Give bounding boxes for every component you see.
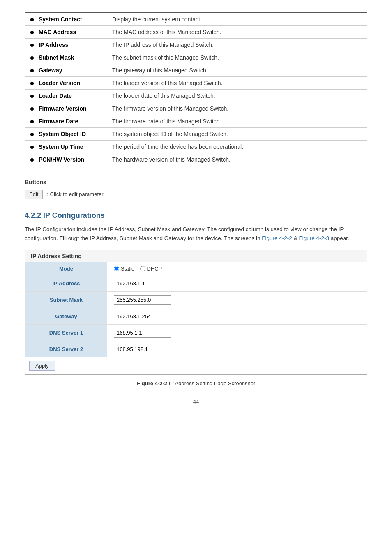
ip-setting-title: IP Address Setting [25, 250, 367, 262]
bullet-icon [30, 18, 34, 21]
ip-table-row: Gateway [25, 308, 367, 325]
table-row: PCN/HW Version The hardware version of t… [25, 153, 367, 166]
table-row: Subnet Mask The subnet mask of this Mana… [25, 51, 367, 64]
table-row: System Contact Display the current syste… [25, 13, 367, 26]
apply-button-row: Apply [25, 357, 367, 374]
row-description: The firmware version of this Managed Swi… [107, 102, 367, 115]
table-row: Firmware Version The firmware version of… [25, 102, 367, 115]
figure-caption: Figure 4-2-2 IP Address Setting Page Scr… [25, 380, 367, 386]
apply-button[interactable]: Apply [29, 361, 55, 371]
section-heading: 4.2.2 IP Configurations [25, 211, 367, 220]
ip-row-value: Static DHCP [107, 262, 367, 275]
edit-description: : Click to edit parameter. [47, 191, 104, 197]
radio-label-dhcp[interactable]: DHCP [140, 266, 162, 272]
ip-table-row: DNS Server 2 [25, 341, 367, 358]
bullet-icon [30, 95, 34, 98]
row-label: IP Address [25, 39, 107, 51]
figure-link-2[interactable]: Figure 4-2-3 [299, 235, 329, 241]
ip-row-label: Mode [25, 262, 107, 275]
section-description: The IP Configuration includes the IP Add… [25, 225, 367, 243]
table-row: MAC Address The MAC address of this Mana… [25, 26, 367, 39]
ip-address-setting-box: IP Address Setting Mode Static DHCP IP A… [25, 250, 367, 375]
row-description: The gateway of this Managed Switch. [107, 64, 367, 77]
ip-settings-table: Mode Static DHCP IP Address Subnet Mask … [25, 262, 367, 357]
row-description: Display the current system contact [107, 13, 367, 26]
row-label: System Up Time [25, 141, 107, 153]
input-ip-address[interactable] [114, 279, 171, 288]
bullet-icon [30, 107, 34, 111]
ip-row-value [107, 308, 367, 325]
ip-row-label: DNS Server 2 [25, 341, 107, 358]
bullet-icon [30, 56, 34, 60]
row-description: The firmware date of this Managed Switch… [107, 115, 367, 128]
ip-row-value [107, 341, 367, 358]
ip-row-value [107, 325, 367, 341]
row-description: The system object ID of the Managed Swit… [107, 128, 367, 141]
buttons-heading: Buttons [25, 179, 367, 185]
figure-link-1[interactable]: Figure 4-2-2 [262, 235, 292, 241]
row-label: Firmware Date [25, 115, 107, 128]
bullet-icon [30, 158, 34, 162]
table-row: System Object ID The system object ID of… [25, 128, 367, 141]
row-description: The IP address of this Managed Switch. [107, 39, 367, 51]
table-row: System Up Time The period of time the de… [25, 141, 367, 153]
mode-radio-group: Static DHCP [114, 266, 360, 272]
row-description: The MAC address of this Managed Switch. [107, 26, 367, 39]
row-label: Firmware Version [25, 102, 107, 115]
bullet-icon [30, 69, 34, 72]
ip-row-value [107, 292, 367, 308]
ip-row-value [107, 275, 367, 292]
radio-dhcp[interactable] [140, 266, 145, 271]
info-table: System Contact Display the current syste… [25, 12, 367, 166]
ip-row-label: Subnet Mask [25, 292, 107, 308]
table-row: Firmware Date The firmware date of this … [25, 115, 367, 128]
ip-table-row: DNS Server 1 [25, 325, 367, 341]
buttons-section: Buttons Edit : Click to edit parameter. [25, 179, 367, 199]
figure-caption-text: IP Address Setting Page Screenshot [167, 380, 255, 386]
row-label: System Object ID [25, 128, 107, 141]
table-row: Loader Date The loader date of this Mana… [25, 90, 367, 102]
bullet-icon [30, 82, 34, 85]
table-row: Loader Version The loader version of thi… [25, 77, 367, 90]
radio-label-static[interactable]: Static [114, 266, 134, 272]
row-label: System Contact [25, 13, 107, 26]
table-row: IP Address The IP address of this Manage… [25, 39, 367, 51]
ip-row-label: IP Address [25, 275, 107, 292]
row-label: Loader Version [25, 77, 107, 90]
radio-static[interactable] [114, 266, 119, 271]
ip-row-label: DNS Server 1 [25, 325, 107, 341]
input-dns-server-2[interactable] [114, 345, 171, 354]
ip-table-row: IP Address [25, 275, 367, 292]
bullet-icon [30, 31, 34, 34]
ip-table-row: Subnet Mask [25, 292, 367, 308]
bullet-icon [30, 44, 34, 47]
row-label: Loader Date [25, 90, 107, 102]
input-dns-server-1[interactable] [114, 328, 171, 338]
input-gateway[interactable] [114, 312, 171, 321]
ip-row-label: Gateway [25, 308, 107, 325]
edit-button[interactable]: Edit [25, 190, 43, 199]
input-subnet-mask[interactable] [114, 295, 171, 305]
bullet-icon [30, 120, 34, 123]
row-description: The loader date of this Managed Switch. [107, 90, 367, 102]
page-number: 44 [25, 399, 367, 405]
table-row: Gateway The gateway of this Managed Swit… [25, 64, 367, 77]
row-label: Subnet Mask [25, 51, 107, 64]
row-label: PCN/HW Version [25, 153, 107, 166]
bullet-icon [30, 133, 34, 136]
row-description: The subnet mask of this Managed Switch. [107, 51, 367, 64]
row-description: The period of time the device has been o… [107, 141, 367, 153]
edit-button-row: Edit : Click to edit parameter. [25, 190, 367, 199]
bullet-icon [30, 146, 34, 149]
row-label: MAC Address [25, 26, 107, 39]
ip-table-row: Mode Static DHCP [25, 262, 367, 275]
row-description: The loader version of this Managed Switc… [107, 77, 367, 90]
figure-caption-bold: Figure 4-2-2 [137, 380, 167, 386]
row-description: The hardware version of this Managed Swi… [107, 153, 367, 166]
row-label: Gateway [25, 64, 107, 77]
